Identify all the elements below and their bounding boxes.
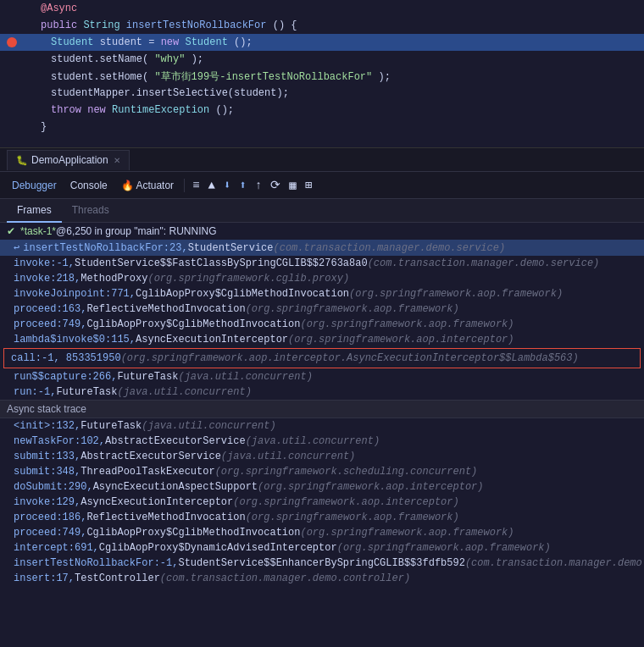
code-line-7: throw new RuntimeException (); (0, 102, 644, 119)
code-line-1: @Async (0, 0, 644, 17)
code-line-4: student.setName( "why" ); (0, 51, 644, 68)
async-frame-5[interactable]: invoke:129, AsyncExecutionInterceptor (o… (0, 495, 644, 510)
async-frame-8[interactable]: intercept:691, CglibAopProxy$DynamicAdvi… (0, 540, 644, 556)
stack-frame-8[interactable]: run$$capture:266, FutureTask (java.util.… (0, 369, 644, 384)
annotation-async: @Async (41, 3, 77, 14)
actuator-tab-btn[interactable]: 🔥 Actuator (116, 178, 179, 193)
debug-content[interactable]: ✔ *task-1* @6,250 in group "main": RUNNI… (0, 223, 644, 647)
code-text-2: public String insertTestNoRollbackFor ()… (20, 19, 297, 31)
columns-icon[interactable]: ⊞ (303, 176, 314, 194)
code-text-1: @Async (20, 3, 77, 14)
stack-frame-9[interactable]: run:-1, FutureTask (java.util.concurrent… (0, 384, 644, 400)
async-frame-10[interactable]: insert:17, TestController (com.transacti… (0, 571, 644, 586)
code-line-8: } (0, 119, 644, 135)
tab-label: DemoApplication (31, 154, 108, 166)
thread-line: @6,250 in group "main": RUNNING (56, 225, 216, 237)
breakpoint-dot (7, 37, 17, 47)
debug-tab-icon: 🐛 (16, 155, 28, 166)
toolbar-sep-1 (184, 179, 185, 192)
code-line-5: student.setHome( "草市街199号-insertTestNoRo… (0, 68, 644, 85)
actuator-label: Actuator (136, 180, 174, 191)
async-frame-6[interactable]: proceed:186, ReflectiveMethodInvocation … (0, 510, 644, 525)
debug-panel: 🐛 DemoApplication ✕ Debugger Console 🔥 A… (0, 148, 644, 647)
async-frame-7[interactable]: proceed:749, CglibAopProxy$CglibMethodIn… (0, 525, 644, 540)
code-text-8: } (20, 121, 47, 133)
async-frame-3[interactable]: submit:348, ThreadPoolTaskExecutor (org.… (0, 464, 644, 479)
tab-close-btn[interactable]: ✕ (114, 156, 120, 165)
code-line-3: Student student = new Student (); (0, 34, 644, 51)
console-tab-btn[interactable]: Console (65, 178, 113, 193)
stack-frame-7-inner: call:-1, 853351950 (org.springframework.… (8, 351, 636, 366)
async-frame-4[interactable]: doSubmit:290, AsyncExecutionAspectSuppor… (0, 479, 644, 495)
code-text-4: student.setName( "why" ); (20, 53, 203, 65)
toolbar: Debugger Console 🔥 Actuator ≡ ▲ ⬇ ⬆ ↑ ⟳ … (0, 172, 644, 199)
up-arrow-icon[interactable]: ▲ (206, 177, 218, 194)
code-line-6: studentMapper.insertSelective(student); (0, 85, 644, 102)
async-frame-2[interactable]: submit:133, AbstractExecutorService (jav… (0, 449, 644, 464)
stack-frame-3[interactable]: invokeJoinpoint:771, CglibAopProxy$Cglib… (0, 286, 644, 301)
refresh-icon[interactable]: ⟳ (268, 176, 283, 194)
async-frame-9[interactable]: insertTestNoRollbackFor:-1, StudentServi… (0, 556, 644, 571)
stack-frame-2[interactable]: invoke:218, MethodProxy (org.springframe… (0, 271, 644, 286)
frames-tab[interactable]: Frames (7, 199, 62, 223)
thread-status: ✔ *task-1* @6,250 in group "main": RUNNI… (0, 223, 644, 240)
code-line-2: public String insertTestNoRollbackFor ()… (0, 17, 644, 34)
stack-frame-5[interactable]: proceed:749, CglibAopProxy$CglibMethodIn… (0, 317, 644, 332)
debugger-tab-btn[interactable]: Debugger (7, 178, 62, 193)
async-frame-1[interactable]: newTaskFor:102, AbstractExecutorService … (0, 434, 644, 449)
menu-icon[interactable]: ≡ (190, 177, 202, 194)
stack-frame-4[interactable]: proceed:163, ReflectiveMethodInvocation … (0, 301, 644, 317)
tab-bar: 🐛 DemoApplication ✕ (0, 148, 644, 172)
async-frame-0[interactable]: <init>:132, FutureTask (java.util.concur… (0, 418, 644, 434)
code-text-6: studentMapper.insertSelective(student); (20, 87, 289, 99)
fire-icon: 🔥 (121, 180, 134, 191)
grid-icon[interactable]: ▦ (286, 176, 298, 194)
code-text-5: student.setHome( "草市街199号-insertTestNoRo… (20, 69, 391, 84)
stack-frame-0[interactable]: ↩ insertTestNoRollbackFor:23, StudentSer… (0, 240, 644, 256)
code-text-3: Student student = new Student (); (20, 36, 253, 48)
async-section-header: Async stack trace (0, 400, 644, 418)
sub-tabs: Frames Threads (0, 199, 644, 223)
thread-name: *task-1* (20, 225, 56, 237)
stack-frame-6[interactable]: lambda$invoke$0:115, AsyncExecutionInter… (0, 332, 644, 347)
upload-icon[interactable]: ⬆ (236, 176, 248, 194)
check-icon: ✔ (7, 225, 15, 237)
threads-tab[interactable]: Threads (62, 199, 119, 223)
step-over-icon[interactable]: ↑ (253, 177, 264, 194)
stack-frame-1[interactable]: invoke:-1, StudentService$$FastClassBySp… (0, 256, 644, 271)
download-icon[interactable]: ⬇ (221, 176, 233, 194)
code-text-7: throw new RuntimeException (); (20, 104, 234, 116)
tab-demo-application[interactable]: 🐛 DemoApplication ✕ (7, 150, 130, 170)
code-editor: @Async public String insertTestNoRollbac… (0, 0, 644, 148)
highlighted-frame[interactable]: call:-1, 853351950 (org.springframework.… (3, 348, 641, 368)
frame-arrow-0: ↩ (14, 241, 19, 254)
